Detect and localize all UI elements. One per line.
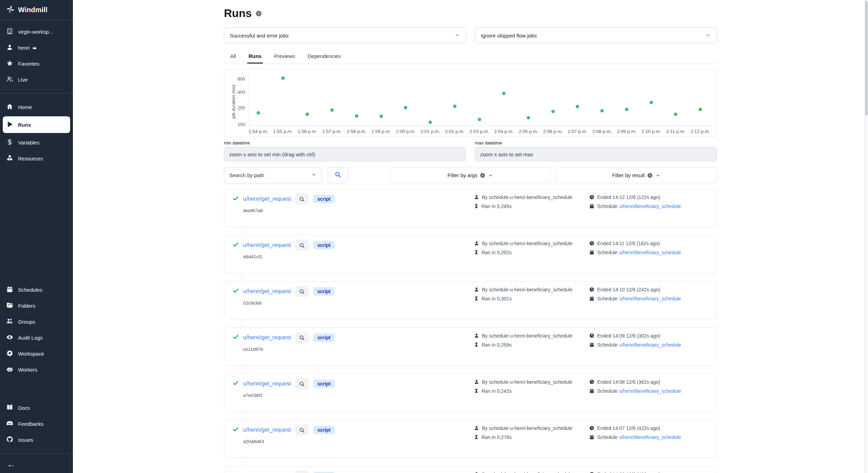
scrollbar-thumb[interactable] [865, 1, 868, 115]
chart-data-point[interactable] [551, 110, 555, 113]
run-detail-search-button[interactable] [295, 332, 309, 343]
chart-data-point[interactable] [674, 113, 677, 116]
sidebar-item-home[interactable]: Home [0, 99, 73, 115]
chart-data-point[interactable] [379, 115, 383, 118]
run-schedule-link[interactable]: u/henri/beneficiary_schedule [619, 249, 681, 256]
success-check-icon [233, 288, 239, 295]
skipped-flow-select[interactable]: Ignore skipped flow jobs [475, 27, 717, 43]
chart-data-point[interactable] [281, 76, 285, 80]
sidebar-item-groups[interactable]: Groups [0, 314, 73, 330]
chart-data-point[interactable] [527, 116, 530, 119]
sidebar-item-schedules[interactable]: Schedules [0, 282, 73, 298]
run-path-link[interactable]: u/henri/get_request [243, 381, 291, 387]
run-schedule-link[interactable]: u/henri/beneficiary_schedule [619, 296, 681, 302]
arrow-left-icon: ← [7, 459, 15, 469]
filter-by-args-button[interactable]: Filter by args i [390, 167, 551, 183]
sidebar-main-group: HomeRunsVariablesResources [0, 96, 73, 170]
sidebar-item-favorites[interactable]: Favorites [0, 56, 73, 72]
user-icon [474, 333, 479, 338]
app-logo[interactable]: Windmill [0, 0, 73, 20]
chart-data-point[interactable] [699, 108, 702, 111]
chart-data-point[interactable] [306, 113, 309, 116]
chart-x-tick: 2:12 p.m. [686, 129, 714, 134]
runs-list: u/henri/get_request script 4ebf67a8 By s… [224, 189, 717, 473]
run-detail-search-button[interactable] [295, 240, 309, 251]
tab-runs[interactable]: Runs [247, 49, 263, 64]
run-detail-search-button[interactable] [295, 286, 309, 297]
run-triggered-by: By schedule-u-henri-beneficiary_schedule [482, 333, 573, 339]
sidebar-item-workspace[interactable]: virgin-worksp... [0, 24, 73, 40]
chart-data-point[interactable] [453, 105, 457, 108]
runs-duration-chart[interactable]: job duration (ms) 6004002501501:54 p.m.1… [224, 69, 717, 137]
run-path-link[interactable]: u/henri/get_request [243, 334, 291, 341]
info-icon[interactable]: i [256, 11, 261, 16]
sidebar-item-folders[interactable]: Folders [0, 298, 73, 314]
chart-data-point[interactable] [478, 118, 481, 121]
gear-icon [6, 350, 13, 358]
run-path-link[interactable]: u/henri/get_request [243, 288, 291, 294]
run-card[interactable]: u/henri/get_request script 02cfa3dc By s… [224, 281, 717, 320]
page-scrollbar[interactable] [864, 0, 868, 473]
run-card[interactable]: u/henri/get_request script d2048d63 By s… [224, 420, 717, 458]
run-path-link[interactable]: u/henri/get_request [243, 242, 291, 248]
sidebar-item-resources[interactable]: Resources [0, 150, 73, 166]
sidebar-item-label: Schedules [18, 287, 42, 293]
job-status-select[interactable]: Successful and error jobs [224, 27, 466, 43]
run-detail-search-button[interactable] [295, 424, 309, 435]
run-card[interactable]: u/henri/get_request script ce11d97e By s… [224, 327, 717, 366]
run-path-link[interactable]: u/henri/get_request [243, 196, 291, 202]
search-button[interactable] [328, 167, 348, 183]
run-schedule-link[interactable]: u/henri/beneficiary_schedule [619, 434, 681, 441]
sidebar-collapse-button[interactable]: ← [0, 456, 73, 473]
tab-dependencies[interactable]: Dependencies [306, 49, 342, 64]
chart-data-point[interactable] [355, 114, 358, 118]
run-connector-line [242, 227, 242, 235]
run-path-link[interactable]: u/henri/get_request [243, 427, 291, 433]
chart-data-point[interactable] [502, 92, 506, 95]
run-schedule-link[interactable]: u/henri/beneficiary_schedule [619, 203, 681, 210]
run-detail-search-button[interactable] [295, 378, 309, 389]
crown-icon [32, 45, 37, 51]
sidebar-item-audit-logs[interactable]: Audit Logs [0, 330, 73, 346]
sidebar-item-docs[interactable]: Docs [0, 400, 73, 416]
sidebar-item-variables[interactable]: Variables [0, 134, 73, 150]
chart-data-point[interactable] [625, 108, 628, 111]
chart-data-point[interactable] [257, 111, 260, 115]
user-icon [6, 44, 13, 52]
run-card[interactable]: u/henri/get_request script By schedule-u… [224, 466, 717, 473]
tab-all[interactable]: All [229, 49, 237, 64]
sidebar-item-runs[interactable]: Runs [3, 116, 70, 133]
chart-data-point[interactable] [428, 121, 432, 124]
max-datetime-input[interactable] [475, 147, 717, 161]
sidebar-item-workspace-settings[interactable]: Workspace [0, 346, 73, 362]
run-schedule-link[interactable]: u/henri/beneficiary_schedule [619, 342, 681, 348]
windmill-logo-icon [6, 5, 15, 15]
home-icon [6, 103, 13, 111]
sidebar-divider [0, 93, 73, 93]
run-schedule-link[interactable]: u/henri/beneficiary_schedule [619, 388, 681, 395]
run-card[interactable]: u/henri/get_request script a7e038f1 By s… [224, 374, 717, 412]
min-datetime-input[interactable] [224, 147, 466, 161]
sidebar-item-workers[interactable]: Workers [0, 362, 73, 377]
run-card[interactable]: u/henri/get_request script 4ebf67a8 By s… [224, 189, 717, 227]
run-detail-search-button[interactable] [295, 471, 309, 473]
chart-y-tick: 600 [230, 76, 245, 82]
sidebar-item-feedbacks[interactable]: Feedbacks [0, 416, 73, 432]
robot-icon [6, 366, 13, 374]
run-card[interactable]: u/henri/get_request script 46441cf1 By s… [224, 235, 717, 273]
run-detail-search-button[interactable] [295, 193, 309, 205]
sidebar-item-live[interactable]: Live [0, 72, 73, 88]
tab-previews[interactable]: Previews [273, 49, 297, 64]
sidebar-item-issues[interactable]: Issues [0, 432, 73, 448]
chart-data-point[interactable] [576, 105, 579, 108]
sidebar-item-label: Variables [18, 140, 39, 146]
search-by-path-select[interactable]: Search by path [224, 167, 322, 183]
sidebar-item-label: Resources [18, 156, 43, 161]
chart-data-point[interactable] [650, 101, 653, 104]
sidebar-item-user[interactable]: henri [0, 40, 73, 56]
filter-by-result-button[interactable]: Filter by result i [556, 167, 717, 183]
chart-x-tick: 1:57 p.m. [318, 129, 346, 134]
chart-data-point[interactable] [330, 108, 334, 112]
chart-data-point[interactable] [600, 109, 604, 113]
chart-data-point[interactable] [404, 106, 407, 109]
